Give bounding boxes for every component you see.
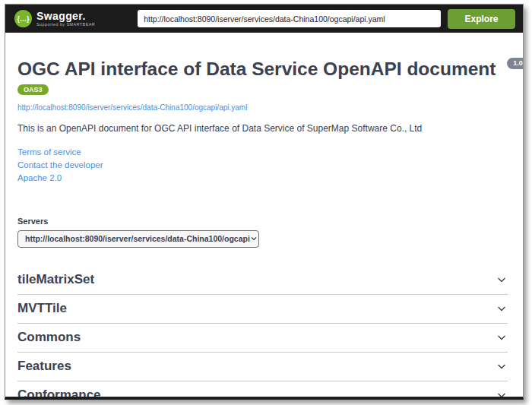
info-links: Terms of service Contact the developer A… xyxy=(17,146,508,185)
section-tilematrixset[interactable]: tileMatrixSet xyxy=(17,266,508,295)
spec-url-link[interactable]: http://localhost:8090/iserver/services/d… xyxy=(17,103,247,112)
contact-developer-link[interactable]: Contact the developer xyxy=(17,159,103,172)
servers-label: Servers xyxy=(17,217,508,226)
main-content: OGC API interface of Data Service OpenAP… xyxy=(5,58,523,400)
section-label: tileMatrixSet xyxy=(17,272,94,287)
servers-selected-url: http://localhost:8090/iserver/services/d… xyxy=(25,234,250,243)
chevron-down-icon xyxy=(496,360,508,372)
logo-subtitle: Supported by SMARTBEAR xyxy=(36,23,95,27)
section-features[interactable]: Features xyxy=(17,353,508,381)
license-link[interactable]: Apache 2.0 xyxy=(17,172,62,185)
section-mvttile[interactable]: MVTTile xyxy=(17,295,508,324)
chevron-down-icon xyxy=(250,235,258,242)
chevron-down-icon xyxy=(496,302,508,315)
servers-select[interactable]: http://localhost:8090/iserver/services/d… xyxy=(17,230,259,248)
swagger-logo-icon: {…} xyxy=(14,10,32,27)
section-commons[interactable]: Commons xyxy=(17,324,508,353)
oas3-badge: OAS3 xyxy=(17,84,49,95)
api-tag-list: tileMatrixSet MVTTile Commons Features xyxy=(17,266,508,400)
section-conformance[interactable]: Conformance xyxy=(17,381,508,400)
explore-button[interactable]: Explore xyxy=(448,9,515,29)
chevron-down-icon xyxy=(496,331,508,343)
swagger-logo[interactable]: {…} Swagger. Supported by SMARTBEAR xyxy=(14,10,95,27)
chevron-down-icon xyxy=(496,274,508,286)
screenshot-frame: {…} Swagger. Supported by SMARTBEAR Expl… xyxy=(5,4,524,400)
chevron-down-icon xyxy=(496,389,508,400)
page-title: OGC API interface of Data Service OpenAP… xyxy=(17,58,508,80)
terms-of-service-link[interactable]: Terms of service xyxy=(17,146,81,159)
topbar: {…} Swagger. Supported by SMARTBEAR Expl… xyxy=(5,5,523,33)
section-label: Conformance xyxy=(17,388,101,400)
logo-text: Swagger. Supported by SMARTBEAR xyxy=(36,11,95,27)
section-label: Features xyxy=(17,359,71,374)
section-label: Commons xyxy=(17,330,81,345)
section-label: MVTTile xyxy=(17,301,67,316)
version-badge: 1.0 xyxy=(507,58,524,69)
page-title-text: OGC API interface of Data Service OpenAP… xyxy=(17,59,496,79)
api-description: This is an OpenAPI document for OGC API … xyxy=(17,123,508,134)
logo-title: Swagger. xyxy=(36,11,95,21)
spec-url-input[interactable] xyxy=(138,10,441,27)
servers-section: Servers http://localhost:8090/iserver/se… xyxy=(17,217,508,248)
